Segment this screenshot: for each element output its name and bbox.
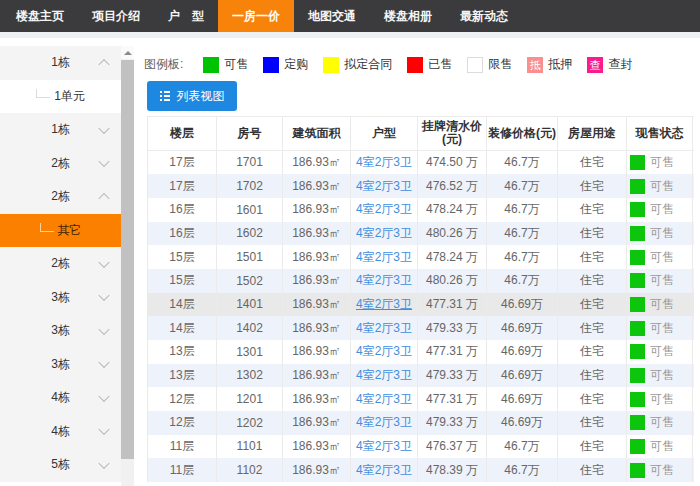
cell-floor: 17层	[148, 174, 217, 198]
legend-swatch-icon: 查	[587, 57, 603, 73]
cell-deco: 46.69万	[487, 340, 558, 364]
nav-item-5[interactable]: 地图交通	[294, 0, 370, 32]
cell-room: 1701	[217, 151, 283, 175]
sidebar-item-label: 1栋	[51, 54, 70, 71]
nav-item-7[interactable]: 最新动态	[446, 0, 522, 32]
status-label: 可售	[650, 414, 674, 431]
cell-price: 479.33 万	[418, 411, 487, 435]
layout-link[interactable]: 4室2厅3卫	[356, 249, 412, 266]
status-label: 可售	[650, 367, 674, 384]
cell-status: 可售	[627, 316, 693, 340]
layout-link[interactable]: 4室2厅3卫	[356, 178, 412, 195]
cell-price: 479.33 万	[418, 316, 487, 340]
layout-link[interactable]: 4室2厅3卫	[356, 438, 412, 455]
status-available-icon	[630, 344, 645, 359]
layout-link[interactable]: 4室2厅3卫	[356, 343, 412, 360]
cell-status: 可售	[627, 222, 693, 246]
legend-item-7: 查查封	[587, 56, 632, 73]
sidebar-item-4[interactable]: 2栋	[0, 147, 121, 181]
cell-price: 477.31 万	[418, 387, 487, 411]
list-icon	[160, 91, 170, 101]
scrollbar-up-button[interactable]	[121, 46, 134, 59]
cell-use: 住宅	[558, 293, 627, 317]
sidebar-item-label: 1栋	[51, 121, 70, 138]
layout-link[interactable]: 4室2厅3卫	[356, 272, 412, 289]
sidebar-item-7[interactable]: 2栋	[0, 247, 121, 281]
legend-item-label: 查封	[608, 56, 632, 73]
layout-link[interactable]: 4室2厅3卫	[356, 391, 412, 408]
legend-item-label: 定购	[284, 56, 308, 73]
list-view-button[interactable]: 列表视图	[147, 81, 237, 111]
layout-link[interactable]: 4室2厅3卫	[356, 225, 412, 242]
status-label: 可售	[650, 462, 674, 479]
cell-floor: 15层	[148, 245, 217, 269]
cell-room: 1201	[217, 387, 283, 411]
cell-status: 可售	[627, 245, 693, 269]
nav-item-1[interactable]: 楼盘主页	[2, 0, 78, 32]
cell-room: 1302	[217, 364, 283, 388]
cell-layout: 4室2厅3卫	[351, 151, 418, 175]
layout-link[interactable]: 4室2厅3卫	[356, 296, 412, 313]
column-header-7: 房屋用途	[558, 117, 627, 150]
chevron-down-icon	[98, 357, 109, 368]
sidebar-item-2[interactable]: 1单元	[0, 80, 121, 114]
sidebar-item-10[interactable]: 3栋	[0, 348, 121, 382]
cell-deco: 46.69万	[487, 364, 558, 388]
status-label: 可售	[650, 296, 674, 313]
nav-item-4-active[interactable]: 一房一价	[218, 0, 294, 32]
sidebar-item-8[interactable]: 3栋	[0, 281, 121, 315]
nav-item-3[interactable]: 户 型	[154, 0, 218, 32]
cell-status: 可售	[627, 458, 693, 482]
cell-status: 可售	[627, 435, 693, 459]
status-label: 可售	[650, 249, 674, 266]
table-row-1101: 11层1101186.93㎡4室2厅3卫476.37 万46.7万住宅可售	[147, 435, 694, 459]
cell-floor: 14层	[148, 293, 217, 317]
cell-price: 474.50 万	[418, 151, 487, 175]
cell-room: 1102	[217, 458, 283, 482]
table-row-1702: 17层1702186.93㎡4室2厅3卫476.52 万46.7万住宅可售	[147, 174, 694, 198]
layout-link[interactable]: 4室2厅3卫	[356, 201, 412, 218]
sidebar-item-label: 1单元	[54, 88, 85, 105]
cell-deco: 46.7万	[487, 198, 558, 222]
list-view-label: 列表视图	[177, 88, 225, 105]
sidebar-item-6-selected[interactable]: 其它	[0, 214, 121, 248]
sidebar-scrollbar[interactable]	[121, 46, 134, 486]
cell-floor: 16层	[148, 198, 217, 222]
layout-link[interactable]: 4室2厅3卫	[356, 367, 412, 384]
scrollbar-up-arrow-icon	[124, 51, 132, 55]
nav-item-6[interactable]: 楼盘相册	[370, 0, 446, 32]
nav-item-2[interactable]: 项目介绍	[78, 0, 154, 32]
page: 楼盘主页项目介绍户 型一房一价地图交通楼盘相册最新动态 1栋1单元1栋2栋2栋其…	[0, 0, 700, 486]
status-label: 可售	[650, 320, 674, 337]
table-row-1602: 16层1602186.93㎡4室2厅3卫480.26 万46.7万住宅可售	[147, 222, 694, 246]
sidebar-item-5[interactable]: 2栋	[0, 180, 121, 214]
sidebar-item-11[interactable]: 4栋	[0, 381, 121, 415]
layout-link[interactable]: 4室2厅3卫	[356, 154, 412, 171]
cell-status: 可售	[627, 364, 693, 388]
cell-use: 住宅	[558, 364, 627, 388]
cell-area: 186.93㎡	[283, 340, 351, 364]
layout-link[interactable]: 4室2厅3卫	[356, 320, 412, 337]
cell-layout: 4室2厅3卫	[351, 435, 418, 459]
chevron-down-icon	[98, 323, 109, 334]
layout-link[interactable]: 4室2厅3卫	[356, 462, 412, 479]
layout-link[interactable]: 4室2厅3卫	[356, 414, 412, 431]
subnav-strip	[0, 32, 700, 38]
table-row-1701: 17层1701186.93㎡4室2厅3卫474.50 万46.7万住宅可售	[147, 151, 694, 175]
cell-use: 住宅	[558, 151, 627, 175]
table-row-1201: 12层1201186.93㎡4室2厅3卫477.31 万46.69万住宅可售	[147, 387, 694, 411]
scrollbar-thumb[interactable]	[121, 60, 134, 459]
sidebar-item-3[interactable]: 1栋	[0, 113, 121, 147]
cell-area: 186.93㎡	[283, 198, 351, 222]
chevron-down-icon	[98, 457, 109, 468]
sidebar-item-label: 3栋	[51, 356, 70, 373]
legend-item-label: 拟定合同	[344, 56, 392, 73]
status-available-icon	[630, 250, 645, 265]
sidebar-item-13[interactable]: 5栋	[0, 448, 121, 482]
sidebar-item-9[interactable]: 3栋	[0, 314, 121, 348]
status-available-icon	[630, 226, 645, 241]
cell-room: 1401	[217, 293, 283, 317]
sidebar-item-1[interactable]: 1栋	[0, 46, 121, 80]
sidebar-item-12[interactable]: 4栋	[0, 415, 121, 449]
sidebar-item-label: 2栋	[51, 155, 70, 172]
